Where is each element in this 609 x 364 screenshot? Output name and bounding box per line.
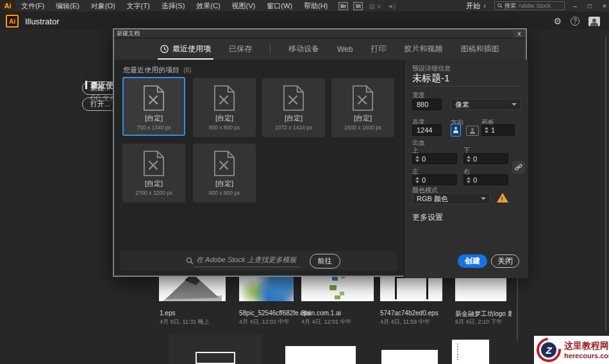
name-underline [412,86,521,87]
unit-select[interactable]: 像素 [451,99,521,110]
start-workspace-label[interactable]: 开始 [466,1,480,11]
go-button[interactable]: 前往 [310,254,340,269]
close-button[interactable]: 关闭 [491,254,519,268]
adobe-stock-search-input[interactable]: 搜索 Adobe Stock [494,1,565,10]
menu-help[interactable]: 帮助(H) [298,0,333,12]
preset-label: [自定] [145,179,163,188]
menu-view[interactable]: 视图(V) [226,0,262,12]
file-date: 4月 4日, 12:02 中午 [239,318,290,326]
preset-label: [自定] [145,113,163,123]
settings-gear-icon[interactable]: ⚙ [553,16,562,26]
illustrator-window: Ai 文件(F) 编辑(E) 对象(O) 文字(T) 选择(S) 效果(C) 视… [0,0,609,364]
file-name[interactable]: 3lain.com.1.ai [301,310,341,317]
file-name[interactable]: 58pic_52546cff682fe.eps [239,310,311,317]
tab-label: 已保存 [229,44,252,54]
bleed-link-toggle[interactable] [512,161,525,174]
tab-mobile[interactable]: 移动设备 [288,38,319,60]
preset-size: 2700 x 3200 px [135,190,172,196]
bleed-bottom-input[interactable]: 0 [463,153,508,164]
stepper-arrows[interactable] [464,156,473,162]
stepper-arrows[interactable] [413,156,422,162]
preset-card[interactable]: [自定] 1072 x 1424 px [262,78,325,137]
bleed-left-input[interactable]: 0 [412,174,457,185]
tab-saved[interactable]: 已保存 [229,38,252,60]
menu-window[interactable]: 窗口(W) [261,0,298,12]
file-date: 4月 4日, 12:01 中午 [301,318,352,326]
menu-object[interactable]: 对象(O) [85,0,121,12]
preset-label: [自定] [285,113,303,123]
maximize-button[interactable]: □ [585,3,594,10]
dialog-close-icon[interactable]: x [513,30,525,38]
height-input[interactable]: 1244 [412,124,442,136]
tab-label: 移动设备 [288,44,319,54]
stock-template-searchbar: 在 Adobe Stock 上查找更多模板 前往 [121,251,397,270]
artboard-stepper[interactable]: 1 [481,124,515,136]
bleed-right-value: 0 [473,176,477,184]
file-name[interactable]: 1.eps [160,310,175,317]
tab-art-illustration[interactable]: 图稿和插图 [460,38,499,60]
chevron-down-icon [512,103,517,106]
orientation-landscape-icon[interactable] [466,126,479,136]
help-icon[interactable]: ? [571,17,580,26]
document-name-input[interactable]: 未标题-1 [412,72,449,85]
menu-edit[interactable]: 编辑(E) [50,0,85,12]
menu-select[interactable]: 选择(S) [156,0,191,12]
tab-web[interactable]: Web [337,38,353,60]
window-scrollbar[interactable] [605,36,606,331]
file-date: 4月 4日, 11:59 中午 [380,318,430,326]
minimize-button[interactable]: – [571,3,580,10]
preset-card[interactable]: [自定] 2700 x 3200 px [122,144,185,203]
orientation-portrait-icon[interactable] [451,124,461,136]
file-thumbnail-partial[interactable] [169,335,262,364]
artboard-value: 1 [491,126,495,134]
preset-size: 800 x 800 px [209,190,240,196]
stepper-arrows[interactable] [413,177,422,183]
stepper-arrows[interactable] [464,177,473,183]
tab-label: 图稿和插图 [460,44,499,54]
vertical-scrollbar[interactable] [517,277,518,341]
document-icon [352,85,374,112]
close-window-button[interactable]: × [600,3,609,10]
preset-card[interactable]: [自定] 800 x 800 px [193,144,256,203]
menu-effect[interactable]: 效果(C) [190,0,226,12]
file-date: 4月 9日, 11:31 晚上 [160,318,210,326]
menu-file[interactable]: 文件(F) [15,0,50,12]
file-date: 5月 4日, 2:10 下午 [455,318,503,326]
chevron-down-icon [481,197,486,200]
file-thumbnail-partial[interactable] [285,346,356,364]
app-logo-icon: Ai [0,0,15,12]
preset-card-selected[interactable]: [自定] 750 x 1340 px [122,77,185,136]
create-button[interactable]: 创建 [458,254,487,268]
illustrator-logo-icon: Ai [6,15,19,28]
preset-details-panel: 预设详细信息 未标题-1 宽度 880 像素 高度 1244 方向 画板 1 [404,60,528,278]
dialog-title: 新建文档 [117,29,140,38]
preset-card[interactable]: [自定] 800 x 800 px [193,78,256,137]
bleed-top-value: 0 [422,155,426,163]
stepper-arrows[interactable] [482,127,491,133]
warning-icon[interactable] [497,193,508,203]
bridge-icon[interactable]: Br [338,2,348,10]
preset-card[interactable]: [自定] 1600 x 1600 px [331,78,394,137]
more-settings-link[interactable]: 更多设置 [412,212,443,223]
file-name[interactable]: 新金融梦工坊logo 最终定... [455,310,512,318]
stock-icon[interactable]: St [353,2,363,10]
account-avatar[interactable] [588,17,600,26]
chevron-down-icon[interactable]: ∨ [483,3,487,9]
stock-search-input[interactable]: 在 Adobe Stock 上查找更多模板 [194,255,301,267]
file-thumbnail-partial[interactable] [381,350,438,364]
width-input[interactable]: 880 [412,99,442,110]
search-icon [497,3,503,8]
unit-value: 像素 [455,100,469,110]
bleed-right-input[interactable]: 0 [463,174,508,185]
menu-type[interactable]: 文字(T) [121,0,156,12]
tab-print[interactable]: 打印 [371,38,386,60]
tab-recent[interactable]: 最近使用项 [160,38,211,60]
file-name[interactable]: 5747ac74b2ed0.eps [380,310,438,317]
dialog-titlebar[interactable]: 新建文档 x [114,29,526,38]
bleed-top-input[interactable]: 0 [412,153,457,164]
document-icon [143,85,165,112]
tab-film-video[interactable]: 胶片和视频 [404,38,442,60]
file-thumbnail-partial[interactable] [452,340,489,364]
watermark-site-url: herecours.com [564,352,609,360]
color-mode-select[interactable]: RGB 颜色 [412,193,490,204]
